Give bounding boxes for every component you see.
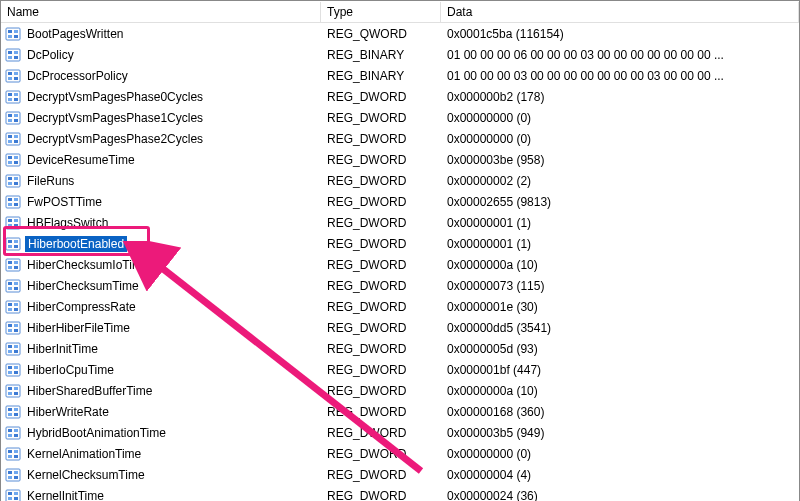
table-row[interactable]: FwPOSTTimeREG_DWORD0x00002655 (9813) <box>1 191 799 212</box>
table-row[interactable]: KernelInitTimeREG_DWORD0x00000024 (36) <box>1 485 799 501</box>
value-name-cell[interactable]: HiberChecksumTime <box>1 278 321 294</box>
value-name-text: DecryptVsmPagesPhase0Cycles <box>25 90 205 104</box>
svg-rect-51 <box>8 240 12 243</box>
value-name-cell[interactable]: KernelChecksumTime <box>1 467 321 483</box>
column-header-name[interactable]: Name <box>1 2 321 22</box>
value-data-cell: 0x0000000a (10) <box>441 258 799 272</box>
table-row[interactable]: HBFlagsSwitchREG_DWORD0x00000001 (1) <box>1 212 799 233</box>
value-type-cell: REG_DWORD <box>321 216 441 230</box>
value-name-cell[interactable]: HiberInitTime <box>1 341 321 357</box>
value-name-cell[interactable]: KernelInitTime <box>1 488 321 502</box>
column-header-data[interactable]: Data <box>441 2 799 22</box>
registry-value-icon <box>5 89 21 105</box>
table-row[interactable]: BootPagesWrittenREG_QWORD0x0001c5ba (116… <box>1 23 799 44</box>
table-row[interactable]: DcProcessorPolicyREG_BINARY01 00 00 00 0… <box>1 65 799 86</box>
value-name-cell[interactable]: HiberChecksumIoTime <box>1 257 321 273</box>
registry-value-icon <box>5 488 21 502</box>
table-row[interactable]: HiberbootEnabledREG_DWORD0x00000001 (1) <box>1 233 799 254</box>
table-row[interactable]: DecryptVsmPagesPhase1CyclesREG_DWORD0x00… <box>1 107 799 128</box>
svg-rect-98 <box>8 434 12 437</box>
svg-rect-16 <box>8 93 12 96</box>
svg-rect-55 <box>6 259 20 271</box>
column-header-type[interactable]: Type <box>321 2 441 22</box>
table-row[interactable]: FileRunsREG_DWORD0x00000002 (2) <box>1 170 799 191</box>
value-name-cell[interactable]: DecryptVsmPagesPhase1Cycles <box>1 110 321 126</box>
value-name-cell[interactable]: HiberIoCpuTime <box>1 362 321 378</box>
svg-rect-82 <box>14 366 18 369</box>
svg-rect-113 <box>8 497 12 500</box>
value-name-text: HiberCompressRate <box>25 300 138 314</box>
value-type-cell: REG_DWORD <box>321 132 441 146</box>
svg-rect-33 <box>8 161 12 164</box>
svg-rect-73 <box>8 329 12 332</box>
value-name-text: DecryptVsmPagesPhase2Cycles <box>25 132 205 146</box>
table-row[interactable]: HiberInitTimeREG_DWORD0x0000005d (93) <box>1 338 799 359</box>
value-name-cell[interactable]: BootPagesWritten <box>1 26 321 42</box>
registry-value-icon <box>5 173 21 189</box>
value-name-cell[interactable]: HBFlagsSwitch <box>1 215 321 231</box>
registry-value-icon <box>5 404 21 420</box>
table-row[interactable]: HiberWriteRateREG_DWORD0x00000168 (360) <box>1 401 799 422</box>
value-name-text: HiberHiberFileTime <box>25 321 132 335</box>
registry-value-icon <box>5 26 21 42</box>
value-name-cell[interactable]: HiberHiberFileTime <box>1 320 321 336</box>
svg-rect-72 <box>14 324 18 327</box>
registry-value-icon <box>5 152 21 168</box>
value-name-cell[interactable]: HiberCompressRate <box>1 299 321 315</box>
svg-rect-36 <box>8 177 12 180</box>
registry-value-icon <box>5 131 21 147</box>
svg-rect-61 <box>8 282 12 285</box>
value-name-text: FwPOSTTime <box>25 195 104 209</box>
svg-rect-4 <box>14 35 18 38</box>
value-name-text: HiberbootEnabled <box>25 236 127 252</box>
table-row[interactable]: HiberIoCpuTimeREG_DWORD0x000001bf (447) <box>1 359 799 380</box>
table-row[interactable]: HybridBootAnimationTimeREG_DWORD0x000003… <box>1 422 799 443</box>
table-row[interactable]: HiberHiberFileTimeREG_DWORD0x00000dd5 (3… <box>1 317 799 338</box>
value-type-cell: REG_DWORD <box>321 384 441 398</box>
value-type-cell: REG_DWORD <box>321 300 441 314</box>
registry-value-icon <box>5 446 21 462</box>
value-name-text: BootPagesWritten <box>25 27 126 41</box>
svg-rect-32 <box>14 156 18 159</box>
table-row[interactable]: HiberChecksumIoTimeREG_DWORD0x0000000a (… <box>1 254 799 275</box>
value-name-cell[interactable]: HiberWriteRate <box>1 404 321 420</box>
table-row[interactable]: DcPolicyREG_BINARY01 00 00 00 06 00 00 0… <box>1 44 799 65</box>
value-name-cell[interactable]: DecryptVsmPagesPhase0Cycles <box>1 89 321 105</box>
value-name-cell[interactable]: HiberSharedBufferTime <box>1 383 321 399</box>
value-data-cell: 0x00000000 (0) <box>441 132 799 146</box>
svg-rect-39 <box>14 182 18 185</box>
value-name-cell[interactable]: KernelAnimationTime <box>1 446 321 462</box>
svg-rect-14 <box>14 77 18 80</box>
table-row[interactable]: DecryptVsmPagesPhase0CyclesREG_DWORD0x00… <box>1 86 799 107</box>
value-name-cell[interactable]: HybridBootAnimationTime <box>1 425 321 441</box>
svg-rect-91 <box>8 408 12 411</box>
table-row[interactable]: KernelAnimationTimeREG_DWORD0x00000000 (… <box>1 443 799 464</box>
registry-value-icon <box>5 467 21 483</box>
value-name-cell[interactable]: FwPOSTTime <box>1 194 321 210</box>
value-name-cell[interactable]: DcProcessorPolicy <box>1 68 321 84</box>
svg-rect-58 <box>8 266 12 269</box>
table-row[interactable]: HiberChecksumTimeREG_DWORD0x00000073 (11… <box>1 275 799 296</box>
svg-rect-74 <box>14 329 18 332</box>
svg-rect-66 <box>8 303 12 306</box>
value-name-cell[interactable]: FileRuns <box>1 173 321 189</box>
value-name-text: HiberInitTime <box>25 342 100 356</box>
table-row[interactable]: HiberSharedBufferTimeREG_DWORD0x0000000a… <box>1 380 799 401</box>
table-row[interactable]: DeviceResumeTimeREG_DWORD0x000003be (958… <box>1 149 799 170</box>
svg-rect-57 <box>14 261 18 264</box>
svg-rect-54 <box>14 245 18 248</box>
svg-rect-27 <box>14 135 18 138</box>
table-row[interactable]: DecryptVsmPagesPhase2CyclesREG_DWORD0x00… <box>1 128 799 149</box>
value-name-cell[interactable]: DecryptVsmPagesPhase2Cycles <box>1 131 321 147</box>
svg-rect-112 <box>14 492 18 495</box>
value-name-cell[interactable]: HiberbootEnabled <box>1 236 321 252</box>
table-row[interactable]: HiberCompressRateREG_DWORD0x0000001e (30… <box>1 296 799 317</box>
value-data-cell: 0x00000024 (36) <box>441 489 799 502</box>
value-data-cell: 01 00 00 00 03 00 00 00 00 00 00 00 03 0… <box>441 69 799 83</box>
svg-rect-65 <box>6 301 20 313</box>
table-row[interactable]: KernelChecksumTimeREG_DWORD0x00000004 (4… <box>1 464 799 485</box>
svg-rect-107 <box>14 471 18 474</box>
value-name-cell[interactable]: DeviceResumeTime <box>1 152 321 168</box>
value-name-cell[interactable]: DcPolicy <box>1 47 321 63</box>
registry-value-icon <box>5 278 21 294</box>
